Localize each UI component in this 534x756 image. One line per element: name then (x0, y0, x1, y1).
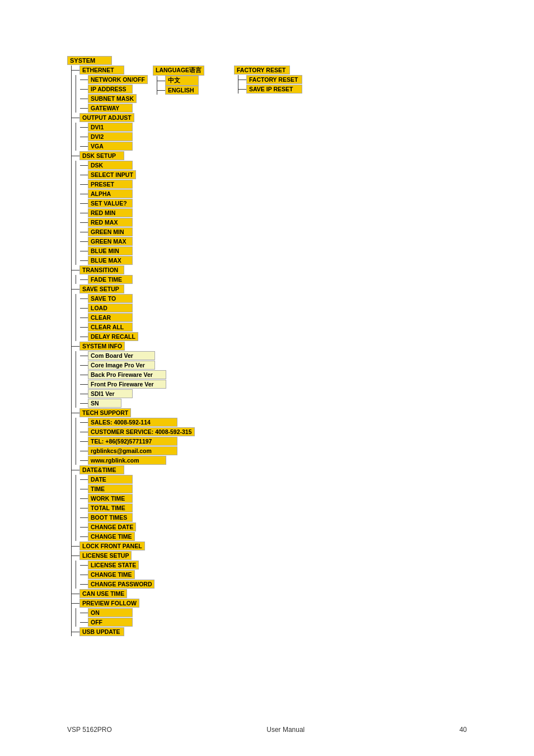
system-label[interactable]: SYSTEM (67, 56, 112, 65)
page-container: SYSTEM LANGUAGE语言 中文 ENGLISH (0, 0, 534, 756)
gateway[interactable]: GATEWAY (88, 104, 133, 113)
system-info-label[interactable]: SYSTEM INFO (79, 342, 125, 351)
can-use-time-row: CAN USE TIME (72, 589, 195, 598)
menu-area: SYSTEM LANGUAGE语言 中文 ENGLISH (67, 56, 195, 637)
save-setup-label[interactable]: SAVE SETUP (79, 284, 124, 293)
main-tree: LANGUAGE语言 中文 ENGLISH FACTORY RESET (71, 66, 195, 636)
network-on-off[interactable]: NETWORK ON/OFF (88, 75, 148, 84)
language-label[interactable]: LANGUAGE语言 (153, 66, 204, 76)
save-setup-group: SAVE SETUP SAVE TO LOAD CLEAR CLEAR ALL … (72, 284, 195, 341)
clear-all[interactable]: CLEAR ALL (88, 323, 133, 332)
factory-reset-item[interactable]: FACTORY RESET (246, 75, 302, 84)
tech-support-group: TECH SUPPORT SALES: 4008-592-114 CUSTOME… (72, 408, 195, 465)
root-system: SYSTEM (67, 56, 195, 65)
vga[interactable]: VGA (88, 142, 133, 151)
usb-update-row: USB UPDATE (72, 627, 195, 636)
ethernet-label[interactable]: ETHERNET (79, 66, 124, 74)
blue-max[interactable]: BLUE MAX (88, 256, 133, 265)
website: www.rgblink.com (88, 456, 166, 465)
sdi1-ver: SDI1 Ver (88, 389, 133, 398)
dsk-setup-label[interactable]: DSK SETUP (79, 151, 124, 160)
pf-on[interactable]: ON (88, 608, 133, 617)
change-time-lic[interactable]: CHANGE TIME (88, 570, 135, 579)
tech-support-label[interactable]: TECH SUPPORT (79, 408, 131, 417)
customer-service-phone: CUSTOMER SERVICE: 4008-592-315 (88, 427, 195, 436)
set-value[interactable]: SET VALUE? (88, 199, 133, 208)
save-to[interactable]: SAVE TO (88, 294, 133, 303)
load[interactable]: LOAD (88, 304, 133, 312)
com-board-ver: Com Board Ver (88, 351, 155, 360)
lang-chinese[interactable]: 中文 (165, 76, 199, 86)
tel: TEL: +86(592)5771197 (88, 437, 177, 446)
dsk-setup-group: DSK SETUP DSK SELECT INPUT PRESET ALPHA … (72, 151, 195, 265)
change-password[interactable]: CHANGE PASSWORD (88, 580, 154, 589)
system-info-group: SYSTEM INFO Com Board Ver Core Image Pro… (72, 342, 195, 408)
ip-address[interactable]: IP ADDRESS (88, 85, 133, 94)
dsk[interactable]: DSK (88, 161, 133, 170)
date[interactable]: DATE (88, 475, 133, 484)
datetime-label[interactable]: DATE&TIME (79, 465, 124, 474)
preset[interactable]: PRESET (88, 180, 133, 189)
output-adjust-group: OUTPUT ADJUST DVI1 DVI2 VGA (72, 113, 195, 151)
fade-time[interactable]: FADE TIME (88, 275, 133, 284)
license-setup-group: LICENSE SETUP LICENSE STATE CHANGE TIME … (72, 551, 195, 589)
usb-update[interactable]: USB UPDATE (79, 627, 124, 636)
can-use-time[interactable]: CAN USE TIME (79, 589, 127, 598)
sales-phone: SALES: 4008-592-114 (88, 418, 177, 427)
front-pro-fireware-ver: Front Pro Fireware Ver (88, 380, 166, 389)
green-max[interactable]: GREEN MAX (88, 237, 133, 246)
dvi1[interactable]: DVI1 (88, 123, 133, 132)
datetime-group: DATE&TIME DATE TIME WORK TIME TOTAL TIME… (72, 465, 195, 541)
red-max[interactable]: RED MAX (88, 218, 133, 227)
green-min[interactable]: GREEN MIN (88, 227, 133, 236)
preview-follow-group: PREVIEW FOLLOW ON OFF (72, 599, 195, 627)
output-adjust-label[interactable]: OUTPUT ADJUST (79, 113, 134, 122)
alpha[interactable]: ALPHA (88, 189, 133, 198)
lock-front-panel[interactable]: LOCK FRONT PANEL (79, 542, 145, 550)
boot-times[interactable]: BOOT TIMES (88, 513, 133, 522)
change-date[interactable]: CHANGE DATE (88, 522, 136, 531)
subnet-mask[interactable]: SUBNET MASK (88, 94, 137, 103)
work-time[interactable]: WORK TIME (88, 494, 133, 503)
sn: SN (88, 399, 121, 408)
back-pro-fireware-ver: Back Pro Fireware Ver (88, 370, 166, 379)
core-image-pro-ver: Core Image Pro Ver (88, 361, 155, 370)
change-time-dt[interactable]: CHANGE TIME (88, 532, 135, 541)
clear[interactable]: CLEAR (88, 313, 133, 322)
lock-front-panel-row: LOCK FRONT PANEL (72, 542, 195, 550)
transition-group: TRANSITION FADE TIME (72, 265, 195, 284)
red-min[interactable]: RED MIN (88, 208, 133, 217)
license-setup-label[interactable]: LICENSE SETUP (79, 551, 132, 560)
select-input[interactable]: SELECT INPUT (88, 170, 136, 179)
footer-product: VSP 5162PRO (67, 726, 112, 734)
footer: VSP 5162PRO User Manual 40 (0, 726, 534, 734)
total-time[interactable]: TOTAL TIME (88, 503, 133, 512)
time[interactable]: TIME (88, 484, 133, 493)
factory-reset-header[interactable]: FACTORY RESET (234, 66, 290, 74)
email: rgblinkcs@gmail.com (88, 446, 177, 455)
save-ip-reset-item[interactable]: SAVE IP RESET (246, 85, 302, 94)
footer-doc-type: User Manual (266, 726, 305, 734)
blue-min[interactable]: BLUE MIN (88, 246, 133, 255)
license-state[interactable]: LICENSE STATE (88, 561, 139, 570)
preview-follow-label[interactable]: PREVIEW FOLLOW (79, 599, 139, 608)
lang-english[interactable]: ENGLISH (165, 86, 199, 95)
dvi2[interactable]: DVI2 (88, 132, 133, 141)
pf-off[interactable]: OFF (88, 618, 133, 627)
language-column: LANGUAGE语言 中文 ENGLISH (153, 66, 204, 95)
delay-recall[interactable]: DELAY RECALL (88, 332, 138, 341)
footer-page-number: 40 (460, 726, 467, 734)
transition-label[interactable]: TRANSITION (79, 265, 124, 274)
factory-reset-column: FACTORY RESET FACTORY RESET SAVE IP RESE… (234, 66, 302, 94)
